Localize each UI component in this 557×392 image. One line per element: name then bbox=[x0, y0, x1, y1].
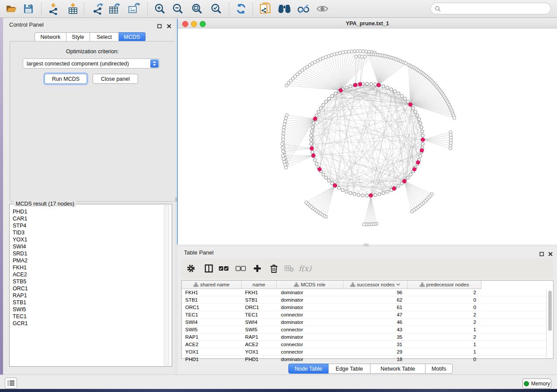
table-cell: 1 bbox=[408, 326, 481, 333]
column-header-successor-nodes[interactable]: successor nodes bbox=[343, 281, 408, 289]
table-cell: ACE2 bbox=[182, 341, 242, 348]
tab-node-table[interactable]: Node Table bbox=[288, 364, 329, 374]
export-network-icon[interactable] bbox=[92, 2, 105, 15]
deselect-all-icon[interactable] bbox=[234, 262, 247, 275]
zoom-selected-icon[interactable] bbox=[210, 2, 223, 15]
network-view[interactable] bbox=[178, 28, 557, 244]
table-row[interactable]: YOX1YOX1connector291 bbox=[182, 348, 546, 356]
main-toolbar bbox=[0, 0, 557, 18]
tab-style[interactable]: Style bbox=[66, 32, 90, 41]
import-table-icon[interactable] bbox=[66, 2, 80, 15]
add-column-icon[interactable] bbox=[251, 262, 264, 275]
table-panel-title: Table Panel bbox=[184, 249, 214, 256]
desktop-wallpaper-left bbox=[0, 18, 3, 389]
zoom-out-icon[interactable] bbox=[171, 2, 184, 15]
table-settings-gear-icon[interactable] bbox=[184, 262, 197, 275]
column-header-shared-name[interactable]: shared name bbox=[182, 281, 242, 289]
tab-mcds[interactable]: MCDS bbox=[119, 32, 145, 41]
network-window-titlebar[interactable]: YPA_prune.txt_1 bbox=[178, 19, 557, 28]
zoom-in-icon[interactable] bbox=[153, 2, 166, 15]
mcds-result-item[interactable]: SRD1 bbox=[13, 250, 28, 257]
table-cell: ORC1 bbox=[242, 304, 277, 311]
table-cell: dominator bbox=[277, 289, 343, 296]
table-row[interactable]: FKH1FKH1dominator962 bbox=[182, 289, 546, 296]
mcds-result-item[interactable]: STB5 bbox=[13, 278, 28, 285]
optimization-criterion-select[interactable]: largest connected component (undirected) bbox=[23, 58, 159, 69]
table-row[interactable]: TEC1TEC1connector472 bbox=[182, 311, 546, 319]
close-panel-button[interactable]: Close panel bbox=[93, 74, 138, 84]
zoom-fit-icon[interactable] bbox=[190, 2, 204, 15]
table-row[interactable]: STB1STB1dominator620 bbox=[182, 296, 546, 304]
mcds-result-item[interactable]: PHD1 bbox=[13, 208, 28, 215]
mcds-result-item[interactable]: STP4 bbox=[13, 222, 28, 229]
binoculars-icon[interactable] bbox=[278, 2, 291, 15]
search-input[interactable] bbox=[430, 3, 551, 14]
selected-option: largest connected component (undirected) bbox=[23, 61, 129, 67]
sort-descending-icon bbox=[396, 283, 400, 286]
delete-table-icon-disabled bbox=[283, 262, 296, 275]
mcds-result-list[interactable]: PHD1CAR1STP4TID3YOX1SWI4SRD1PMA2FKH1ACE2… bbox=[13, 208, 28, 327]
mcds-result-item[interactable]: YOX1 bbox=[13, 236, 28, 243]
scrollbar-thumb[interactable] bbox=[548, 291, 552, 331]
memory-button[interactable]: Memory bbox=[522, 378, 551, 389]
mcds-result-item[interactable]: SWI5 bbox=[13, 306, 28, 313]
table-row[interactable]: SWI4SWI4dominator462 bbox=[182, 319, 546, 326]
delete-column-trash-icon[interactable] bbox=[267, 262, 280, 275]
import-network-icon[interactable] bbox=[47, 2, 60, 15]
task-history-button[interactable] bbox=[5, 378, 17, 389]
tab-edge-table[interactable]: Edge Table bbox=[329, 364, 370, 374]
mcds-list-scrollbar[interactable] bbox=[164, 205, 169, 365]
mcds-result-item[interactable]: FKH1 bbox=[13, 264, 28, 271]
tab-motifs[interactable]: Motifs bbox=[426, 364, 453, 374]
mcds-result-item[interactable]: CAR1 bbox=[13, 215, 28, 222]
mcds-result-item[interactable]: SWI4 bbox=[13, 243, 28, 250]
mcds-result-item[interactable]: PMA2 bbox=[13, 257, 28, 264]
float-panel-icon[interactable] bbox=[157, 22, 162, 30]
show-eye-icon[interactable] bbox=[316, 2, 329, 15]
show-columns-icon[interactable] bbox=[202, 262, 215, 275]
float-panel-icon[interactable] bbox=[540, 250, 544, 258]
table-cell: 61 bbox=[343, 304, 408, 311]
mcds-result-item[interactable]: TEC1 bbox=[13, 313, 28, 320]
close-panel-icon[interactable] bbox=[167, 22, 171, 30]
select-all-icon[interactable] bbox=[217, 262, 230, 275]
open-file-icon[interactable] bbox=[5, 2, 18, 15]
table-row[interactable]: SWI5SWI5connector431 bbox=[182, 326, 546, 334]
table-panel: Table Panel bbox=[178, 247, 557, 375]
column-attribute-icon bbox=[294, 282, 299, 287]
table-scrollbar[interactable] bbox=[546, 289, 553, 358]
mcds-result-item[interactable]: RAP1 bbox=[13, 292, 28, 299]
hide-glasses-icon[interactable] bbox=[297, 2, 310, 15]
refresh-icon[interactable] bbox=[235, 2, 248, 15]
column-header-predecessor-nodes[interactable]: predecessor nodes bbox=[408, 281, 481, 289]
table-cell: 35 bbox=[343, 334, 408, 340]
column-header-name[interactable]: name bbox=[242, 281, 277, 289]
column-label: predecessor nodes bbox=[426, 282, 469, 287]
mcds-result-item[interactable]: ORC1 bbox=[13, 285, 28, 292]
tab-network-table[interactable]: Network Table bbox=[370, 364, 426, 374]
save-icon[interactable] bbox=[22, 2, 35, 15]
tab-network[interactable]: Network bbox=[35, 32, 66, 41]
network-graph[interactable] bbox=[178, 28, 557, 244]
mcds-result-item[interactable]: GCR1 bbox=[13, 320, 28, 327]
export-table-icon[interactable] bbox=[108, 2, 121, 15]
column-label: successor nodes bbox=[357, 282, 394, 287]
table-row[interactable]: ORC1ORC1dominator610 bbox=[182, 304, 546, 311]
mcds-result-item[interactable]: TID3 bbox=[13, 229, 28, 236]
run-mcds-button[interactable]: Run MCDS bbox=[45, 74, 87, 84]
table-row[interactable]: RAP1RAP1dominator352 bbox=[182, 334, 546, 341]
column-header-MCDS-role[interactable]: MCDS role bbox=[277, 281, 343, 289]
mcds-result-item[interactable]: ACE2 bbox=[13, 271, 28, 278]
tab-select[interactable]: Select bbox=[90, 32, 119, 41]
toolbar-separator bbox=[229, 3, 229, 15]
toolbar-separator bbox=[253, 3, 253, 15]
export-image-icon[interactable] bbox=[128, 2, 141, 15]
table-cell: 0 bbox=[408, 356, 481, 363]
table-row[interactable]: ACE2ACE2connector311 bbox=[182, 341, 546, 348]
close-panel-icon[interactable] bbox=[548, 250, 553, 258]
table-cell: dominator bbox=[277, 319, 343, 326]
control-panel-title: Control Panel bbox=[9, 21, 44, 28]
share-document-icon[interactable] bbox=[259, 2, 272, 15]
table-row[interactable]: PHD1PHD1dominator180 bbox=[182, 356, 546, 363]
mcds-result-item[interactable]: STB1 bbox=[13, 299, 28, 306]
